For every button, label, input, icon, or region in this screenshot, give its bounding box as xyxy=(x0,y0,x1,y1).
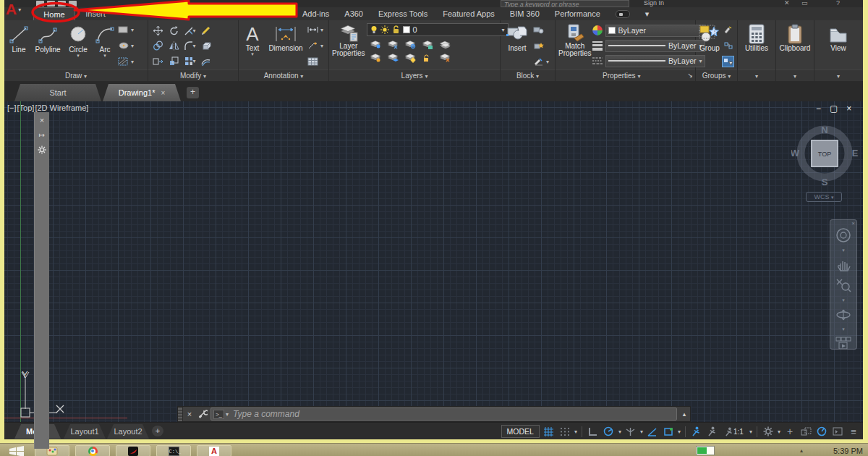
tab-insert[interactable]: Insert xyxy=(78,7,113,20)
scale-button[interactable] xyxy=(168,56,180,67)
panel-footer-layers[interactable]: Layers ▾ xyxy=(329,69,500,81)
chevron-down-icon[interactable]: ▾ xyxy=(678,428,681,435)
layer-lock-button[interactable] xyxy=(422,39,434,51)
ucs-icon[interactable]: Y xyxy=(4,362,149,422)
array-button[interactable]: ▾ xyxy=(184,56,196,67)
clean-screen-toggle[interactable] xyxy=(831,426,844,438)
chevron-down-icon[interactable]: ▾ xyxy=(645,7,650,20)
workspace-switching-gear[interactable] xyxy=(762,426,775,438)
linetype-dropdown[interactable]: ByLayer▾ xyxy=(605,55,705,67)
insert-button[interactable]: Insert xyxy=(502,22,532,69)
sign-in-button[interactable]: Sign In xyxy=(644,0,664,7)
match-properties-button[interactable]: Match Properties xyxy=(558,22,592,69)
stretch-button[interactable] xyxy=(152,56,164,67)
annotation-visibility-toggle[interactable] xyxy=(690,426,703,438)
viewcube-north[interactable]: N xyxy=(821,124,827,135)
panel-footer-draw[interactable]: Draw ▾ xyxy=(4,69,148,81)
isometric-drafting-toggle[interactable] xyxy=(624,426,637,438)
panel-footer-block[interactable]: Block ▾ xyxy=(501,69,555,81)
application-menu-button[interactable]: A ▾ xyxy=(6,0,32,19)
close-icon[interactable]: × xyxy=(183,410,196,418)
taskbar-terminal[interactable]: C:\_ xyxy=(156,445,191,456)
recorder-icon[interactable] xyxy=(616,10,630,18)
properties-gear-icon[interactable] xyxy=(38,145,46,154)
panel-footer-properties[interactable]: Properties ▾↘ xyxy=(556,69,695,81)
layer-unisolate-button[interactable] xyxy=(387,39,399,51)
close-icon[interactable]: × xyxy=(161,89,165,97)
grid-display-toggle[interactable] xyxy=(542,426,556,438)
panel-footer-groups[interactable]: Groups ▾ xyxy=(696,69,737,81)
chevron-down-icon[interactable]: ▾ xyxy=(226,411,229,418)
dialog-launcher-icon[interactable]: ↘ xyxy=(687,70,693,81)
panel-footer-clipboard[interactable]: ▾ xyxy=(776,69,814,81)
tab-start[interactable]: Start xyxy=(14,84,101,101)
wcs-dropdown[interactable]: WCS ▾ xyxy=(806,192,842,202)
battery-indicator[interactable] xyxy=(696,446,715,455)
layer-match-button[interactable] xyxy=(387,52,399,64)
customize-wrench-icon[interactable] xyxy=(196,409,209,420)
chevron-down-icon[interactable]: ▾ xyxy=(618,428,621,435)
tab-a360[interactable]: A360 xyxy=(344,7,363,20)
viewport-minimize-control[interactable]: [−] xyxy=(7,104,17,112)
taskbar-app-3[interactable] xyxy=(116,445,150,456)
qat-icon[interactable] xyxy=(47,1,55,7)
drawing-canvas[interactable]: [−] [Top] [2D Wireframe] − ▢ × N S W E T… xyxy=(4,101,863,422)
tab-express-tools[interactable]: Express Tools xyxy=(378,7,427,20)
offset-button[interactable] xyxy=(200,56,212,67)
recent-commands-icon[interactable]: >_ xyxy=(213,410,224,419)
edit-block-button[interactable] xyxy=(532,24,545,35)
object-snap-toggle[interactable] xyxy=(662,426,675,438)
panel-footer-modify[interactable]: Modify ▾ xyxy=(148,69,238,81)
trim-button[interactable]: ▾ xyxy=(184,25,196,37)
group-button[interactable]: Group xyxy=(697,22,722,69)
lineweight-dropdown[interactable]: ByLayer▾ xyxy=(605,40,705,52)
zoom-extents-icon[interactable] xyxy=(835,278,851,292)
chevron-down-icon[interactable]: ▾ xyxy=(640,428,643,435)
qat-icon[interactable] xyxy=(58,1,66,7)
new-drawing-button[interactable]: + xyxy=(187,87,199,98)
chevron-down-icon[interactable]: ▾ xyxy=(749,428,752,435)
line-button[interactable]: Line xyxy=(6,22,32,69)
pan-hand-icon[interactable] xyxy=(836,258,851,271)
customization-menu[interactable]: ≡ xyxy=(847,426,860,438)
start-button[interactable] xyxy=(9,446,25,456)
navigation-wheel-icon[interactable] xyxy=(835,227,851,242)
qat-icon[interactable] xyxy=(69,1,77,7)
taskbar-autocad[interactable]: A xyxy=(197,445,231,456)
hardware-acceleration-toggle[interactable] xyxy=(815,426,828,438)
chevron-down-icon[interactable]: ▾ xyxy=(574,428,577,435)
hatch-button[interactable] xyxy=(117,56,129,67)
group-edit-button[interactable] xyxy=(722,40,734,51)
tab-add-ins[interactable]: Add-ins xyxy=(302,7,329,20)
tab-home[interactable]: Home xyxy=(33,7,75,20)
layer-unlock-all-button[interactable] xyxy=(422,52,434,64)
close-icon[interactable]: × xyxy=(846,104,851,114)
rectangle-button[interactable] xyxy=(117,24,129,35)
dimension-button[interactable]: Dimension xyxy=(265,22,307,69)
close-icon[interactable]: × xyxy=(851,220,855,227)
layer-freeze-button[interactable] xyxy=(404,39,417,51)
viewcube[interactable]: N S W E TOP xyxy=(791,120,864,201)
ortho-mode-toggle[interactable] xyxy=(587,426,600,438)
layer-isolate-button[interactable] xyxy=(370,39,382,51)
exchange-icon[interactable]: ▭ xyxy=(801,0,808,7)
view-button[interactable]: View xyxy=(824,22,853,69)
annotation-scale-dropdown[interactable]: 1:1 xyxy=(722,426,746,438)
snap-mode-toggle[interactable] xyxy=(558,426,571,438)
rotate-button[interactable] xyxy=(168,25,180,37)
layer-delete-button[interactable] xyxy=(439,52,451,64)
layer-dropdown[interactable]: 0 ▾ xyxy=(367,23,509,36)
layer-properties-button[interactable]: Layer Properties xyxy=(332,22,365,69)
hidden-icons-chevron[interactable]: ▴ xyxy=(800,447,803,454)
explode-button[interactable] xyxy=(200,41,212,52)
taskbar-clock[interactable]: 5:39 PM xyxy=(833,447,863,455)
mirror-button[interactable] xyxy=(168,41,180,52)
utilities-button[interactable]: Utilities xyxy=(739,22,774,69)
model-space-button[interactable]: MODEL xyxy=(501,425,540,438)
tab-layout1[interactable]: Layout1 xyxy=(64,424,106,439)
object-snap-tracking-toggle[interactable] xyxy=(646,426,659,438)
polar-tracking-toggle[interactable] xyxy=(603,426,616,438)
define-attributes-button[interactable] xyxy=(532,56,545,67)
panel-footer-annotation[interactable]: Annotation ▾ xyxy=(239,69,328,81)
panel-footer-view[interactable]: ▾ xyxy=(814,69,862,81)
